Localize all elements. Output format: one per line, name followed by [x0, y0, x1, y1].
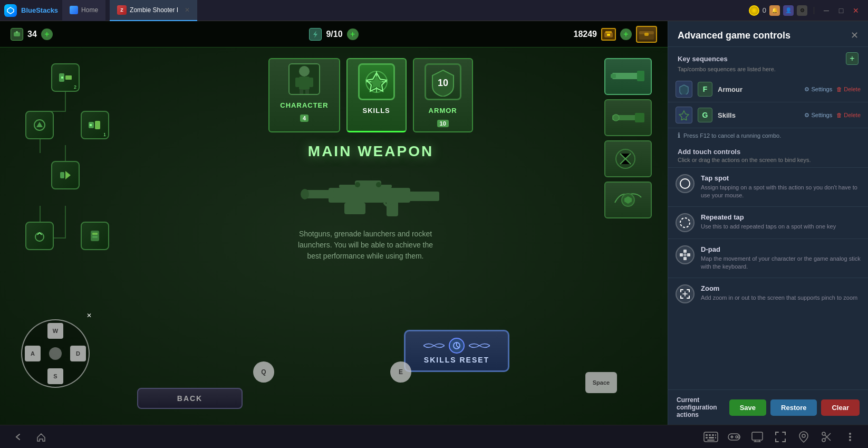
svg-rect-5: [605, 31, 612, 33]
svg-rect-62: [712, 434, 714, 436]
svg-point-22: [299, 66, 310, 77]
sys-home-icon[interactable]: [34, 430, 49, 444]
weapon-svg: [297, 168, 445, 226]
svg-rect-54: [683, 250, 687, 253]
skills-settings-button[interactable]: ⚙ Settings: [804, 112, 832, 119]
game-screen: 2 1: [0, 47, 668, 425]
skill-node-3[interactable]: 1: [81, 111, 109, 139]
game-area: 34 + 9/10 + 18249 +: [0, 21, 668, 425]
save-button[interactable]: Save: [729, 399, 766, 416]
tab-armor[interactable]: 10 ARMOR 10: [413, 58, 473, 132]
minimize-button[interactable]: ─: [823, 7, 830, 14]
panel-close-button[interactable]: ✕: [851, 30, 859, 41]
skill-node-1[interactable]: 2: [51, 63, 80, 92]
svg-point-79: [849, 433, 851, 435]
delete-icon: 🗑: [836, 86, 842, 92]
energy-plus-button[interactable]: +: [347, 28, 359, 40]
tab-home-label: Home: [81, 6, 98, 14]
svg-rect-46: [612, 115, 636, 120]
clear-button[interactable]: Clear: [821, 399, 860, 416]
gold-icon: [601, 28, 616, 41]
armour-settings-button[interactable]: ⚙ Settings: [804, 86, 832, 93]
tab-game[interactable]: Z Zombie Shooter I ✕: [110, 0, 197, 21]
skills-reset-center-icon: [449, 338, 465, 354]
back-button[interactable]: BACK: [137, 388, 243, 409]
hotkey-space[interactable]: Space: [585, 372, 617, 393]
sys-gamepad-icon[interactable]: [727, 430, 741, 444]
add-sequence-button[interactable]: +: [846, 52, 859, 65]
sys-keyboard-icon[interactable]: [703, 430, 718, 444]
armour-delete-label: Delete: [844, 86, 861, 92]
dpad-circle[interactable]: W S A D: [21, 319, 90, 388]
svg-point-72: [738, 436, 740, 438]
energy-count: 9/10: [326, 30, 342, 39]
sys-screen-icon[interactable]: [750, 430, 765, 444]
restore-button[interactable]: Restore: [770, 399, 817, 416]
weapon-slot-1[interactable]: [604, 58, 652, 95]
dpad-up[interactable]: W: [47, 323, 63, 339]
svg-rect-15: [95, 121, 100, 129]
svg-rect-65: [709, 437, 714, 439]
dpad-touch-desc: Map the movement of your character or th…: [701, 255, 861, 271]
dpad-down[interactable]: S: [47, 368, 63, 384]
hotkey-e[interactable]: E: [390, 361, 411, 383]
seq-skills-name: Skills: [718, 111, 799, 119]
tab-game-label: Zombie Shooter I: [130, 6, 178, 14]
chest-icon[interactable]: [636, 26, 657, 43]
settings-icon[interactable]: ⚙: [797, 5, 807, 16]
dpad-right[interactable]: D: [70, 346, 86, 361]
key-sequences-subtitle: Tap/combo sequences are listed here.: [668, 66, 868, 77]
sys-fullscreen-icon[interactable]: [773, 430, 788, 444]
sys-back-icon[interactable]: [11, 430, 25, 444]
repeated-tap-name: Repeated tap: [701, 213, 861, 221]
seq-armour-actions: ⚙ Settings 🗑 Delete: [804, 86, 861, 93]
ammo-plus-button[interactable]: +: [41, 28, 53, 40]
settings-icon-small: ⚙: [804, 86, 809, 93]
gold-plus-button[interactable]: +: [620, 28, 632, 40]
profile-icon[interactable]: 👤: [783, 5, 794, 16]
sys-location-icon[interactable]: [796, 430, 811, 444]
repeated-tap-desc: Use this to add repeated taps on a spot …: [701, 223, 861, 231]
center-content: CHARACTER 4 SKILLS: [148, 47, 594, 425]
svg-rect-20: [92, 233, 98, 235]
svg-rect-2: [16, 31, 18, 33]
weapon-slot-3[interactable]: [604, 140, 652, 177]
skill-node-6[interactable]: [81, 222, 109, 250]
panel-scroll[interactable]: Key sequences + Tap/combo sequences are …: [668, 47, 868, 389]
svg-rect-12: [61, 77, 63, 79]
bluestacks-logo: [4, 4, 17, 17]
sys-scissors-icon[interactable]: [819, 430, 834, 444]
zoom-touch-name: Zoom: [701, 284, 861, 292]
weapon-slot-4[interactable]: [604, 182, 652, 218]
seq-skills-key: G: [698, 108, 712, 122]
svg-rect-27: [305, 89, 309, 94]
skills-reset-button[interactable]: SKILLS RESET: [404, 330, 509, 372]
svg-rect-67: [707, 440, 715, 441]
tab-character[interactable]: CHARACTER 4: [268, 58, 340, 132]
maximize-button[interactable]: □: [837, 7, 845, 14]
sys-more-icon[interactable]: [843, 430, 857, 444]
hotkey-q[interactable]: Q: [253, 361, 274, 383]
sequence-item-skills: G Skills ⚙ Settings 🗑 Delete: [668, 102, 868, 128]
notification-icon[interactable]: 🔔: [769, 5, 780, 16]
tab-close-icon[interactable]: ✕: [185, 6, 190, 14]
skill-node-5[interactable]: [25, 222, 54, 250]
skill-node-2[interactable]: [25, 111, 54, 139]
touch-controls-subtitle: Click or drag the actions on the screen …: [668, 157, 868, 167]
dpad-left[interactable]: A: [25, 346, 41, 361]
cancel-note: ℹ Press F12 to cancel a running combo.: [668, 128, 868, 142]
tab-home[interactable]: Home: [62, 0, 105, 21]
skills-delete-button[interactable]: 🗑 Delete: [836, 112, 861, 118]
svg-point-53: [680, 218, 690, 227]
touch-controls-header: Add touch controls: [668, 142, 868, 157]
svg-point-74: [802, 434, 805, 437]
armour-delete-button[interactable]: 🗑 Delete: [836, 86, 861, 92]
close-button[interactable]: ✕: [852, 7, 860, 14]
action-buttons: Save Restore Clear: [729, 399, 860, 416]
dpad-close-button[interactable]: ✕: [86, 312, 95, 320]
tab-skills[interactable]: SKILLS: [346, 58, 407, 132]
weapon-slot-2[interactable]: [604, 99, 652, 136]
skill-node-4[interactable]: [51, 161, 80, 189]
svg-rect-25: [309, 78, 313, 87]
seq-skills-icon: [676, 107, 692, 123]
